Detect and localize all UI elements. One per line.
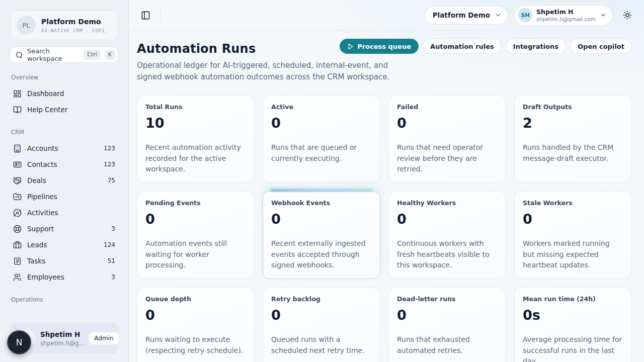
sidebar-item-label: Deals	[27, 176, 102, 185]
stat-label: Draft Outputs	[523, 103, 623, 111]
page-title: Automation Runs	[137, 42, 256, 56]
search-input[interactable]: Search workspace Ctrl K	[10, 47, 118, 63]
sidebar-item-count: 51	[108, 257, 115, 264]
section-label-overview: Overview	[11, 74, 118, 81]
open-copilot-button[interactable]: Open copilot	[570, 39, 632, 54]
sidebar-item-label: Accounts	[27, 144, 98, 152]
stat-card-failed: Failed0Runs that need operator review be…	[388, 95, 506, 183]
sidebar-item-deals[interactable]: Deals75	[10, 172, 118, 189]
stat-value: 0	[145, 211, 246, 227]
sun-icon	[623, 11, 632, 20]
stat-card-dead-letter-runs: Dead-letter runs0Runs that exhausted aut…	[388, 287, 506, 362]
building-icon	[13, 144, 22, 153]
sidebar-item-tasks[interactable]: Tasks51	[10, 253, 118, 269]
briefcase-icon	[13, 241, 22, 249]
sidebar-item-count: 123	[104, 145, 115, 152]
handshake-icon	[13, 176, 22, 185]
sidebar-item-activities[interactable]: Activities	[10, 205, 118, 221]
sidebar-item-help-center[interactable]: Help Center	[10, 102, 118, 118]
section-label-crm: CRM	[11, 129, 118, 136]
topbar-divider	[160, 9, 160, 21]
workspace-card[interactable]: PL Platform Demo AI-NATIVE CRM · COPI_	[10, 10, 118, 40]
sidebar-item-label: Help Center	[27, 106, 115, 114]
user-menu-meta: Shpetim H shpetim.h@gmail.com	[536, 8, 596, 22]
contact-card-icon	[13, 160, 22, 169]
process-queue-button[interactable]: Process queue	[340, 39, 419, 54]
stat-value: 0	[271, 115, 372, 131]
stat-value: 0	[397, 307, 498, 323]
stat-card-healthy-workers: Healthy Workers0Continuous workers with …	[388, 191, 506, 279]
stat-description: Average processing time for successful r…	[523, 334, 623, 362]
stat-description: Automation events still waiting for work…	[145, 238, 246, 271]
stat-label: Healthy Workers	[397, 199, 498, 207]
stat-description: Recent externally ingested events accept…	[271, 238, 372, 271]
sidebar-item-contacts[interactable]: Contacts123	[10, 156, 118, 172]
sidebar: PL Platform Demo AI-NATIVE CRM · COPI_ S…	[0, 0, 129, 362]
page-actions: Process queue Automation rulesIntegratio…	[340, 39, 632, 54]
user-menu-name: Shpetim H	[536, 8, 596, 16]
sidebar-item-employees[interactable]: Employees3	[10, 269, 118, 285]
role-badge: Admin	[89, 332, 118, 344]
workspace-subtitle: AI-NATIVE CRM · COPI_	[41, 28, 108, 33]
integrations-button[interactable]: Integrations	[506, 39, 566, 54]
stat-card-webhook-events: Webhook Events0Recent externally ingeste…	[263, 191, 380, 279]
stat-card-retry-backlog: Retry backlog0Queued runs with a schedul…	[263, 287, 380, 362]
section-label-operations: Operations	[11, 296, 118, 303]
panel-left-icon	[141, 11, 150, 20]
stat-value: 2	[523, 115, 623, 131]
stat-card-mean-run-time-24h: Mean run time (24h)0sAverage processing …	[514, 287, 632, 362]
page-content: Automation Runs Process queue Automation…	[129, 31, 644, 362]
stat-label: Active	[271, 103, 372, 111]
stat-card-queue-depth: Queue depth0Runs waiting to execute (res…	[137, 287, 255, 362]
sidebar-section-operations: Operations	[10, 296, 118, 303]
user-email: shpetim.h@g...	[40, 340, 84, 347]
sidebar-item-label: Pipelines	[27, 193, 115, 201]
stat-description: Runs handled by the CRM message-draft ex…	[523, 142, 623, 164]
sidebar-item-support[interactable]: Support3	[10, 221, 118, 237]
sidebar-item-label: Activities	[27, 209, 115, 217]
kbd-ctrl: Ctrl	[84, 50, 101, 59]
sidebar-item-dashboard[interactable]: Dashboard	[10, 85, 118, 102]
sidebar-item-leads[interactable]: Leads124	[10, 237, 118, 253]
main-area: Platform Demo SH Shpetim H shpetim.h@gma…	[129, 0, 644, 362]
search-placeholder: Search workspace	[27, 47, 79, 62]
sidebar-item-accounts[interactable]: Accounts123	[10, 140, 118, 156]
stat-description: Recent automation activity recorded for …	[145, 142, 246, 175]
stat-description: Workers marked running but missing expec…	[523, 238, 623, 271]
sidebar-item-count: 3	[111, 274, 115, 281]
workspace-selector[interactable]: Platform Demo	[425, 6, 508, 25]
user-menu[interactable]: SH Shpetim H shpetim.h@gmail.com	[514, 5, 613, 26]
folder-kanban-icon	[13, 193, 22, 201]
stat-label: Pending Events	[145, 199, 246, 207]
stat-description: Runs that need operator review before th…	[397, 142, 498, 175]
sidebar-item-count: 75	[108, 177, 115, 184]
life-buoy-icon	[13, 225, 22, 233]
sidebar-nav: OverviewDashboardHelp CenterCRMAccounts1…	[10, 63, 118, 308]
sidebar-item-count: 124	[104, 241, 115, 248]
stat-value: 0	[145, 307, 246, 323]
workspace-avatar: PL	[17, 16, 36, 35]
stat-card-active: Active0Runs that are queued or currently…	[263, 95, 380, 183]
stat-card-total-runs: Total Runs10Recent automation activity r…	[137, 95, 255, 183]
stat-value: 10	[145, 115, 246, 131]
sidebar-item-label: Contacts	[27, 160, 98, 168]
workspace-selector-label: Platform Demo	[433, 11, 490, 19]
chevron-down-icon	[600, 12, 607, 19]
floating-n-badge[interactable]: N	[7, 330, 31, 354]
page-description: Operational ledger for AI-triggered, sch…	[137, 60, 391, 83]
stat-label: Failed	[397, 103, 498, 111]
topbar: Platform Demo SH Shpetim H shpetim.h@gma…	[129, 0, 644, 31]
automation-rules-button[interactable]: Automation rules	[423, 39, 502, 54]
sidebar-toggle-button[interactable]	[137, 7, 154, 24]
stat-label: Webhook Events	[271, 199, 372, 207]
stats-grid: Total Runs10Recent automation activity r…	[137, 95, 632, 362]
users-icon	[13, 273, 22, 282]
stat-label: Queue depth	[145, 295, 246, 303]
chevron-down-icon	[495, 12, 502, 19]
theme-toggle-button[interactable]	[619, 7, 636, 24]
sidebar-item-count: 123	[104, 161, 115, 168]
user-menu-avatar: SH	[518, 8, 532, 22]
stat-label: Retry backlog	[271, 295, 372, 303]
sidebar-item-count: 3	[111, 225, 115, 232]
sidebar-item-pipelines[interactable]: Pipelines	[10, 189, 118, 205]
